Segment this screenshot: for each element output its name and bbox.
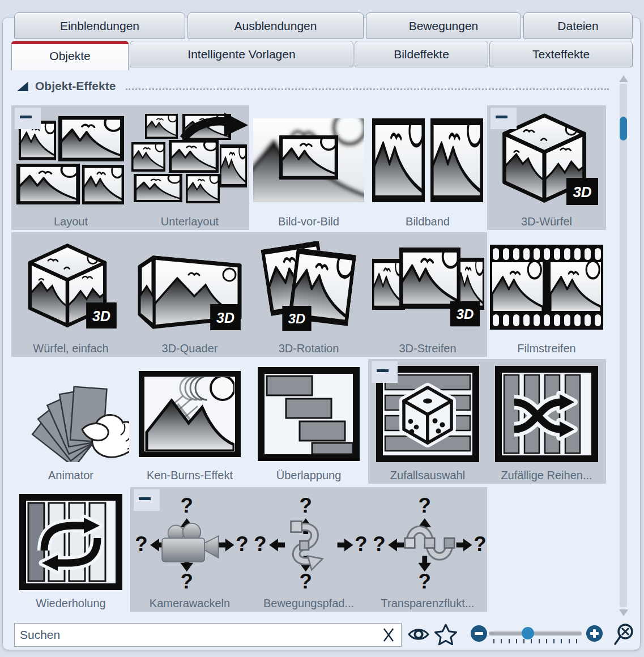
tab-dateien[interactable]: Dateien: [523, 12, 633, 39]
tab-label: Intelligente Vorlagen: [187, 48, 295, 61]
effect-item-ueberlappung[interactable]: Überlappung: [249, 359, 368, 484]
tab-texteffekte[interactable]: Texteffekte: [489, 41, 633, 67]
tab-label: Einblendungen: [60, 19, 139, 33]
favorite-star-icon[interactable]: [434, 624, 457, 645]
effect-item-ken-burns[interactable]: Ken-Burns-Effekt: [130, 359, 249, 484]
effect-label: Filmstreifen: [487, 342, 606, 355]
effect-item-transparenzfluktuation[interactable]: Transparenzflukt...: [368, 487, 487, 612]
minus-icon: [20, 116, 32, 118]
scrollbar-thumb[interactable]: [620, 117, 627, 140]
effect-label: Bild-vor-Bild: [249, 215, 368, 228]
3d-rotation-icon: [256, 241, 361, 333]
effect-label: Wiederholung: [11, 597, 130, 610]
unterlayout-icon: [130, 113, 249, 208]
search-clear-icon[interactable]: [381, 627, 396, 643]
effect-label: Zufällige Reihen...: [487, 469, 606, 482]
transparenzfluktuation-icon: [369, 494, 486, 590]
section-title: Objekt-Effekte: [35, 79, 116, 93]
3d-streifen-icon: [370, 244, 486, 330]
tab-intelligente-vorlagen[interactable]: Intelligente Vorlagen: [130, 41, 353, 67]
effect-label: Zufallsauswahl: [368, 469, 487, 482]
effect-label: Bewegungspfad...: [249, 597, 368, 610]
3d-badge: [210, 304, 241, 330]
tab-label: Texteffekte: [532, 48, 590, 61]
effect-label: Bildband: [368, 215, 487, 228]
scrollbar-track[interactable]: [620, 84, 627, 607]
zoom-reset-magnifier-icon[interactable]: [612, 623, 636, 647]
zoom-slider-ticks: [493, 639, 577, 643]
effect-label: 3D-Rotation: [249, 342, 368, 355]
zoom-slider-thumb[interactable]: [522, 627, 534, 639]
effect-label: Unterlayout: [130, 215, 249, 228]
wiederholung-icon: [19, 494, 122, 590]
zoom-out-button[interactable]: [471, 625, 487, 642]
tab-label: Bewegungen: [409, 19, 479, 33]
collapse-layout-group-button[interactable]: [15, 108, 41, 129]
effect-label: Transparenzflukt...: [368, 597, 487, 610]
effect-item-animator[interactable]: Animator: [11, 359, 130, 484]
tab-einblendungen[interactable]: Einblendungen: [14, 12, 185, 39]
effect-item-3d-streifen[interactable]: 3D-Streifen: [368, 232, 487, 357]
effect-label: Würfel, einfach: [11, 342, 130, 355]
tab-bildeffekte[interactable]: Bildeffekte: [355, 41, 488, 67]
effect-label: 3D-Quader: [130, 342, 249, 355]
search-input[interactable]: [14, 623, 402, 647]
effect-item-bewegungspfad[interactable]: Bewegungspfad...: [249, 487, 368, 612]
minus-icon: [139, 497, 151, 500]
section-objekt-effekte-header[interactable]: Objekt-Effekte: [17, 79, 609, 93]
3d-badge: [450, 301, 480, 327]
effect-item-wuerfel-einfach[interactable]: Würfel, einfach: [11, 232, 130, 357]
effect-item-bild-vor-bild[interactable]: Bild-vor-Bild: [249, 105, 368, 230]
effect-label: Kamerawackeln: [130, 597, 249, 610]
ken-burns-icon: [139, 371, 241, 457]
filmstreifen-icon: [490, 245, 603, 330]
animator-icon: [13, 366, 129, 462]
wuerfel-einfach-icon: [22, 241, 121, 333]
bildband-icon: [372, 118, 483, 202]
tab-objekte[interactable]: Objekte: [11, 41, 129, 70]
zoom-slider[interactable]: [489, 632, 582, 635]
collapse-bewegung-group-button[interactable]: [134, 489, 160, 511]
tab-label: Bildeffekte: [394, 48, 449, 61]
tab-ausblendungen[interactable]: Ausblendungen: [187, 12, 364, 39]
collapse-triangle-icon[interactable]: [17, 82, 28, 91]
effect-item-wiederholung[interactable]: Wiederholung: [11, 487, 130, 612]
minus-icon: [496, 116, 507, 118]
section-dotted-rule: [126, 82, 609, 90]
zoom-in-button[interactable]: [586, 625, 603, 642]
3d-badge: [282, 306, 311, 331]
effect-label: 3D-Würfel: [487, 215, 606, 228]
3d-quader-icon: [134, 242, 245, 332]
effect-label: Überlappung: [249, 469, 368, 482]
tab-label: Ausblendungen: [234, 19, 317, 33]
effect-label: Ken-Burns-Effekt: [130, 469, 249, 482]
scrollbar-up-arrow[interactable]: [619, 75, 628, 82]
collapse-zufall-group-button[interactable]: [372, 361, 398, 383]
ueberlappung-icon: [258, 367, 360, 461]
bild-vor-bild-icon: [253, 118, 364, 202]
scrollbar-down-arrow[interactable]: [619, 609, 628, 616]
bewegungspfad-icon: [250, 494, 367, 590]
effect-item-zufaellige-reihenfolge[interactable]: Zufällige Reihen...: [487, 359, 606, 484]
effect-label: Layout: [11, 215, 130, 228]
effect-label: 3D-Streifen: [368, 342, 487, 355]
effect-item-unterlayout[interactable]: Unterlayout: [130, 105, 249, 230]
zufaellige-reihenfolge-icon: [495, 366, 598, 462]
3d-badge: [566, 178, 598, 205]
3d-badge: [86, 302, 117, 328]
collapse-3d-group-button[interactable]: [491, 108, 517, 129]
preview-eye-icon[interactable]: [407, 626, 430, 643]
effect-label: Animator: [11, 469, 130, 482]
effect-item-bildband[interactable]: Bildband: [368, 105, 487, 230]
tab-label: Dateien: [557, 19, 598, 33]
effect-item-filmstreifen[interactable]: Filmstreifen: [487, 232, 606, 357]
minus-icon: [377, 369, 389, 372]
effect-item-3d-rotation[interactable]: 3D-Rotation: [249, 232, 368, 357]
tab-bewegungen[interactable]: Bewegungen: [366, 12, 521, 39]
tab-label: Objekte: [49, 49, 90, 63]
effect-item-3d-quader[interactable]: 3D-Quader: [130, 232, 249, 357]
